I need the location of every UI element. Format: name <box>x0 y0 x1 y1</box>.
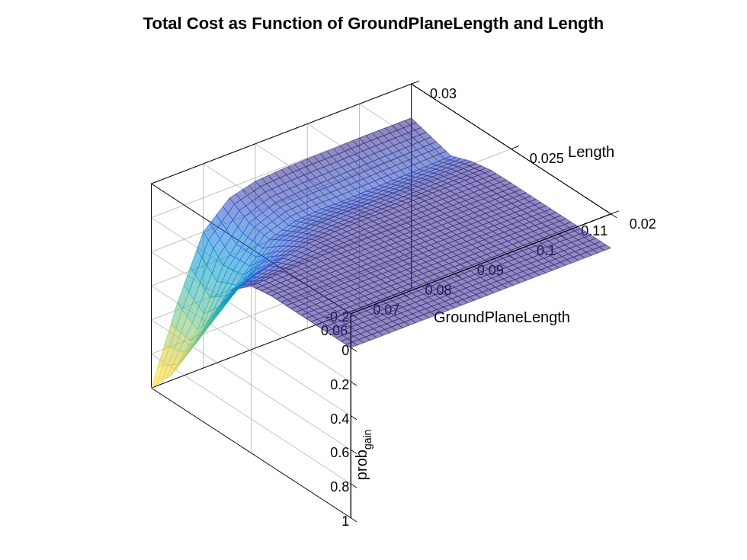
svg-line-63 <box>351 382 357 386</box>
svg-text:probgain: probgain <box>353 430 374 481</box>
figure: { "chart_data": { "type": "surface-mesh-… <box>0 0 747 560</box>
svg-line-71 <box>351 518 357 522</box>
svg-line-65 <box>351 416 357 420</box>
svg-line-69 <box>351 484 357 488</box>
svg-text:0.6: 0.6 <box>330 445 349 460</box>
svg-line-61 <box>351 347 357 351</box>
svg-text:0.03: 0.03 <box>430 86 457 101</box>
svg-line-55 <box>511 146 519 149</box>
svg-text:0.8: 0.8 <box>330 479 349 494</box>
z-axis-label: probgain <box>353 430 374 481</box>
svg-text:0.4: 0.4 <box>330 411 349 427</box>
svg-line-53 <box>611 211 618 214</box>
svg-line-51 <box>611 214 617 218</box>
surface-plot[interactable]: 0.060.070.080.090.10.110.020.0250.03-0.2… <box>0 0 747 560</box>
x-axis-label: GroundPlaneLength <box>434 309 570 325</box>
svg-text:0.2: 0.2 <box>330 377 349 392</box>
svg-text:1: 1 <box>341 514 349 529</box>
svg-text:0.02: 0.02 <box>630 216 656 232</box>
svg-line-57 <box>412 81 419 84</box>
y-axis-label: Length <box>568 143 614 160</box>
